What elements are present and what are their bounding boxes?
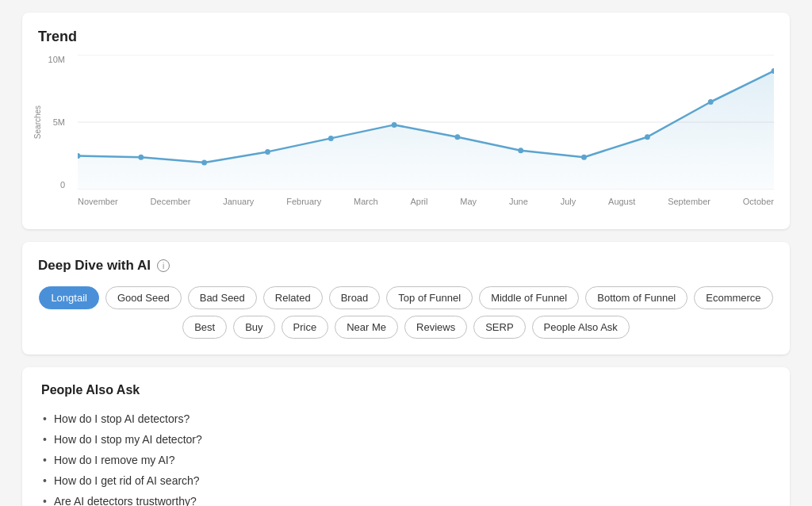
svg-point-9: [392, 122, 397, 128]
tag-buy[interactable]: Buy: [233, 316, 274, 339]
svg-point-14: [708, 99, 714, 105]
trend-title: Trend: [38, 29, 774, 45]
svg-point-12: [581, 155, 587, 160]
paa-list: How do I stop AI detectors? How do I sto…: [41, 408, 771, 506]
x-label-dec: December: [151, 197, 191, 206]
x-label-nov: November: [78, 197, 118, 206]
paa-card: People Also Ask How do I stop AI detecto…: [22, 367, 790, 506]
paa-item-3: How do I remove my AI?: [41, 450, 771, 470]
y-label-5m: 5M: [53, 117, 65, 127]
x-label-jun: June: [509, 197, 528, 206]
tag-ecommerce[interactable]: Ecommerce: [694, 286, 772, 309]
y-label-0: 0: [60, 180, 65, 190]
tag-serp[interactable]: SERP: [473, 316, 525, 339]
svg-point-6: [201, 160, 207, 166]
tag-broad[interactable]: Broad: [329, 286, 381, 309]
tags-container: Longtail Good Seed Bad Seed Related Broa…: [38, 286, 774, 339]
paa-item-5: Are AI detectors trustworthy?: [41, 491, 771, 506]
info-icon[interactable]: i: [157, 259, 170, 272]
tag-price[interactable]: Price: [282, 316, 329, 339]
svg-point-11: [518, 148, 523, 153]
tag-bad-seed[interactable]: Bad Seed: [188, 286, 257, 309]
paa-item-4: How do I get rid of AI search?: [41, 470, 771, 491]
tag-near-me[interactable]: Near Me: [335, 316, 398, 339]
tag-people-also-ask[interactable]: People Also Ask: [532, 316, 630, 339]
svg-point-10: [454, 134, 460, 140]
x-label-jul: July: [561, 197, 576, 206]
x-label-may: May: [460, 197, 477, 206]
tag-reviews[interactable]: Reviews: [404, 316, 467, 339]
deep-dive-header: Deep Dive with AI i: [38, 258, 774, 274]
page-container: Trend 10M 5M 0 Searches: [10, 0, 802, 506]
trend-card: Trend 10M 5M 0 Searches: [22, 13, 790, 229]
x-label-oct: October: [743, 197, 774, 206]
svg-point-5: [138, 155, 144, 160]
tag-middle-of-funnel[interactable]: Middle of Funnel: [479, 286, 579, 309]
chart-svg-area: [78, 55, 774, 190]
x-label-aug: August: [608, 197, 635, 206]
paa-item-1: How do I stop AI detectors?: [41, 408, 771, 429]
x-label-apr: April: [410, 197, 427, 206]
tag-good-seed[interactable]: Good Seed: [105, 286, 182, 309]
tag-bottom-of-funnel[interactable]: Bottom of Funnel: [585, 286, 688, 309]
y-label-10m: 10M: [48, 55, 65, 64]
x-label-mar: March: [354, 197, 378, 206]
svg-point-7: [265, 149, 270, 155]
svg-point-8: [328, 136, 334, 141]
trend-chart-svg: [78, 55, 774, 190]
tag-longtail[interactable]: Longtail: [39, 286, 99, 309]
y-axis-title: Searches: [33, 105, 42, 139]
paa-title: People Also Ask: [41, 383, 771, 397]
tag-related[interactable]: Related: [263, 286, 323, 309]
x-label-sep: September: [668, 197, 710, 206]
paa-item-2: How do I stop my AI detector?: [41, 429, 771, 450]
x-axis: November December January February March…: [78, 190, 774, 213]
svg-point-13: [645, 134, 650, 140]
chart-container: 10M 5M 0 Searches: [38, 55, 774, 213]
deep-dive-card: Deep Dive with AI i Longtail Good Seed B…: [22, 242, 790, 355]
tag-top-of-funnel[interactable]: Top of Funnel: [386, 286, 473, 309]
deep-dive-title: Deep Dive with AI: [38, 258, 151, 274]
x-label-jan: January: [223, 197, 254, 206]
y-axis: 10M 5M 0 Searches: [38, 55, 70, 190]
tag-best[interactable]: Best: [182, 316, 227, 339]
x-label-feb: February: [286, 197, 321, 206]
